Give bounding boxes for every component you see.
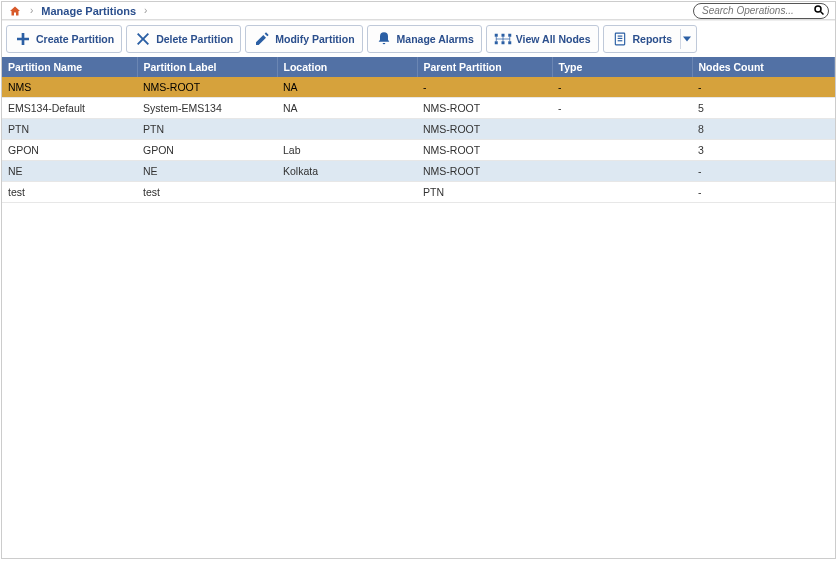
col-parent[interactable]: Parent Partition — [417, 57, 552, 77]
x-icon — [134, 30, 152, 48]
col-nodes[interactable]: Nodes Count — [692, 57, 835, 77]
cell-location — [277, 119, 417, 140]
svg-rect-4 — [508, 34, 511, 37]
modify-label: Modify Partition — [275, 33, 354, 45]
cell-label: NMS-ROOT — [137, 77, 277, 98]
bell-icon — [375, 30, 393, 48]
cell-type — [552, 161, 692, 182]
alarms-label: Manage Alarms — [397, 33, 474, 45]
partitions-table: Partition Name Partition Label Location … — [2, 57, 835, 203]
cell-name: NMS — [2, 77, 137, 98]
cell-parent: NMS-ROOT — [417, 140, 552, 161]
col-type[interactable]: Type — [552, 57, 692, 77]
cell-label: NE — [137, 161, 277, 182]
cell-type: - — [552, 77, 692, 98]
cell-parent: NMS-ROOT — [417, 98, 552, 119]
cell-type: - — [552, 98, 692, 119]
cell-parent: NMS-ROOT — [417, 161, 552, 182]
svg-rect-2 — [495, 34, 498, 37]
breadcrumb-sep: › — [30, 5, 33, 16]
svg-line-1 — [821, 11, 824, 14]
modify-partition-button[interactable]: Modify Partition — [245, 25, 362, 53]
cell-type — [552, 182, 692, 203]
edit-icon — [253, 30, 271, 48]
search-input[interactable] — [693, 3, 829, 19]
cell-name: GPON — [2, 140, 137, 161]
home-icon[interactable] — [8, 5, 22, 17]
table-row[interactable]: PTNPTNNMS-ROOT8 — [2, 119, 835, 140]
report-icon — [611, 30, 629, 48]
cell-location: NA — [277, 98, 417, 119]
cell-nodes: - — [692, 77, 835, 98]
cell-nodes: 3 — [692, 140, 835, 161]
cell-location: Kolkata — [277, 161, 417, 182]
cell-name: NE — [2, 161, 137, 182]
cell-name: EMS134-Default — [2, 98, 137, 119]
cell-parent: PTN — [417, 182, 552, 203]
cell-type — [552, 140, 692, 161]
cell-location — [277, 182, 417, 203]
cell-name: PTN — [2, 119, 137, 140]
cell-label: PTN — [137, 119, 277, 140]
search-icon[interactable] — [813, 4, 825, 18]
reports-label: Reports — [633, 33, 673, 45]
table-row[interactable]: EMS134-DefaultSystem-EMS134NANMS-ROOT-5 — [2, 98, 835, 119]
svg-rect-6 — [501, 41, 504, 44]
view-all-nodes-button[interactable]: View All Nodes — [486, 25, 599, 53]
cell-nodes: 5 — [692, 98, 835, 119]
cell-label: GPON — [137, 140, 277, 161]
svg-rect-7 — [508, 41, 511, 44]
viewall-label: View All Nodes — [516, 33, 591, 45]
cell-parent: NMS-ROOT — [417, 119, 552, 140]
cell-label: System-EMS134 — [137, 98, 277, 119]
cell-parent: - — [417, 77, 552, 98]
svg-rect-5 — [495, 41, 498, 44]
cell-location: Lab — [277, 140, 417, 161]
col-label[interactable]: Partition Label — [137, 57, 277, 77]
cell-label: test — [137, 182, 277, 203]
nodes-icon — [494, 30, 512, 48]
cell-nodes: - — [692, 182, 835, 203]
table-row[interactable]: NENEKolkataNMS-ROOT- — [2, 161, 835, 182]
create-label: Create Partition — [36, 33, 114, 45]
create-partition-button[interactable]: Create Partition — [6, 25, 122, 53]
delete-partition-button[interactable]: Delete Partition — [126, 25, 241, 53]
col-name[interactable]: Partition Name — [2, 57, 137, 77]
breadcrumb-sep-end: › — [144, 5, 147, 16]
breadcrumb-page[interactable]: Manage Partitions — [41, 5, 136, 17]
cell-nodes: 8 — [692, 119, 835, 140]
delete-label: Delete Partition — [156, 33, 233, 45]
cell-type — [552, 119, 692, 140]
cell-location: NA — [277, 77, 417, 98]
svg-point-0 — [815, 6, 821, 12]
cell-nodes: - — [692, 161, 835, 182]
plus-icon — [14, 30, 32, 48]
svg-rect-3 — [501, 34, 504, 37]
table-row[interactable]: NMSNMS-ROOTNA--- — [2, 77, 835, 98]
manage-alarms-button[interactable]: Manage Alarms — [367, 25, 482, 53]
cell-name: test — [2, 182, 137, 203]
table-row[interactable]: GPONGPONLabNMS-ROOT3 — [2, 140, 835, 161]
table-header-row: Partition Name Partition Label Location … — [2, 57, 835, 77]
col-location[interactable]: Location — [277, 57, 417, 77]
chevron-down-icon[interactable] — [680, 29, 692, 49]
table-row[interactable]: testtestPTN- — [2, 182, 835, 203]
reports-button[interactable]: Reports — [603, 25, 698, 53]
